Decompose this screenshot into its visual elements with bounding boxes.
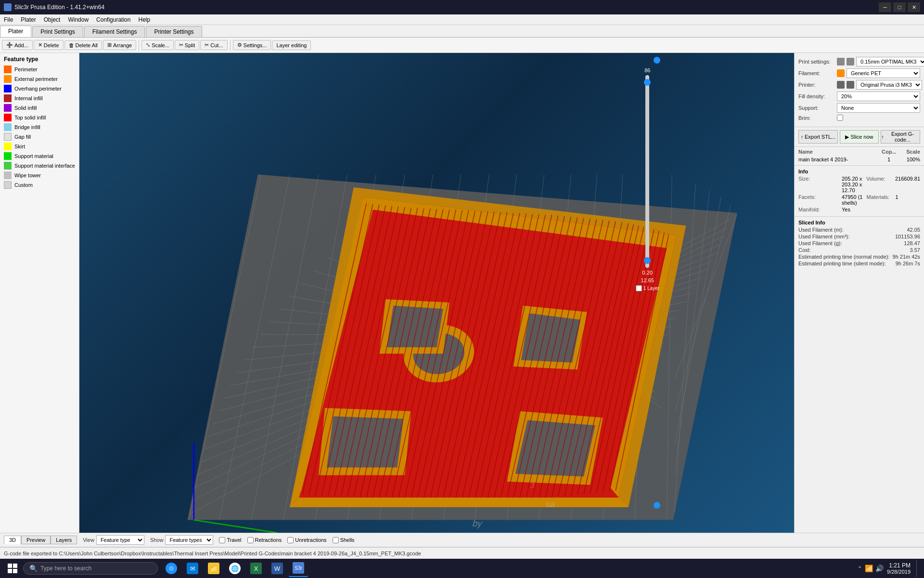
support-label: Support:	[798, 105, 837, 111]
print-settings-dropdown[interactable]: 0.15mm OPTIMAL MK3	[856, 57, 924, 66]
table-row[interactable]: main bracket 4 2019- 1 100%	[798, 156, 920, 163]
svg-line-22	[344, 245, 655, 392]
taskbar-app-explorer[interactable]: 📁	[204, 560, 223, 577]
wipe-tower-color	[4, 171, 12, 179]
split-button[interactable]: ✂ Split	[175, 40, 199, 50]
unretractions-label: Unretractions	[295, 537, 326, 543]
delete-all-button[interactable]: 🗑 Delete All	[64, 40, 102, 50]
layer-checkbox[interactable]	[636, 285, 642, 291]
taskbar-app-chrome[interactable]: 🌐	[225, 560, 244, 577]
menu-help[interactable]: Help	[134, 15, 154, 24]
printer-dropdown[interactable]: Original Prusa i3 MK3	[856, 80, 922, 90]
export-stl-button[interactable]: ↑ Export STL...	[798, 130, 838, 144]
custom-label: Custom	[14, 182, 33, 188]
tab-3d[interactable]: 3D	[4, 536, 21, 544]
tab-plater[interactable]: Plater	[0, 26, 31, 37]
list-item: Perimeter	[4, 66, 75, 73]
brim-label: Brim:	[798, 115, 837, 121]
svg-line-37	[571, 174, 597, 520]
svg-line-64	[315, 205, 379, 496]
support-dropdown[interactable]: None	[837, 103, 920, 113]
svg-marker-55	[327, 416, 403, 467]
tab-printer-settings[interactable]: Printer Settings	[146, 26, 202, 37]
tray-network-icon[interactable]: 📶	[865, 565, 873, 572]
tab-layers[interactable]: Layers	[51, 536, 77, 544]
perimeter-label: Perimeter	[14, 66, 38, 72]
svg-line-8	[213, 277, 702, 424]
scale-button[interactable]: ⤡ Scale...	[141, 40, 174, 50]
menu-configuration[interactable]: Configuration	[92, 15, 134, 24]
tab-filament-settings[interactable]: Filament Settings	[84, 26, 145, 37]
add-button[interactable]: ➕ Add...	[2, 40, 33, 50]
menu-plater[interactable]: Plater	[17, 15, 39, 24]
unretractions-checkbox[interactable]	[287, 537, 294, 543]
list-item: Solid infill	[4, 104, 75, 112]
layer-editing-button[interactable]: Layer editing	[272, 40, 311, 50]
svg-line-67	[334, 207, 398, 497]
viewport[interactable]: by sa 3 86 0.20 12.65 1 Layer	[79, 53, 794, 533]
settings-icon: ⚙	[237, 42, 242, 48]
layer-slider-thumb-top[interactable]	[644, 79, 651, 86]
taskbar-app-mail[interactable]: ✉	[183, 560, 202, 577]
tray-icon-1[interactable]: ⌃	[858, 565, 862, 572]
view-type-dropdown[interactable]: Feature type	[96, 535, 144, 545]
settings-button[interactable]: ⚙ Settings...	[233, 40, 271, 50]
arrange-button[interactable]: ⊞ Arrange	[103, 40, 136, 50]
svg-line-28	[283, 174, 347, 520]
manifold-value: Yes	[842, 207, 920, 212]
legend-panel: Feature type Perimeter External perimete…	[0, 53, 79, 533]
menu-object[interactable]: Object	[40, 15, 64, 24]
filament-dropdown[interactable]: Generic PET	[847, 68, 920, 78]
travel-label: Travel	[227, 537, 241, 543]
filament-g-row: Used Filament (g): 128.47	[798, 240, 920, 246]
taskbar-search-placeholder: Type here to search	[40, 565, 91, 572]
cut-icon: ✂	[205, 42, 209, 48]
show-desktop-button[interactable]	[916, 560, 920, 577]
titlebar-left: Slic3r Prusa Edition - 1.41.2+win64	[4, 3, 104, 11]
svg-line-77	[398, 210, 462, 498]
layer-slider-thumb-bottom[interactable]	[644, 257, 651, 264]
show-type-dropdown[interactable]: Feature types	[165, 535, 213, 545]
tray-volume-icon[interactable]: 🔊	[875, 565, 883, 572]
export-gcode-button[interactable]: ↑ Export G-code...	[881, 130, 920, 144]
size-label: Size:	[798, 176, 842, 193]
maximize-button[interactable]: □	[893, 2, 906, 12]
tab-print-settings[interactable]: Print Settings	[32, 26, 83, 37]
menu-file[interactable]: File	[0, 15, 17, 24]
printer-control: Original Prusa i3 MK3	[837, 80, 922, 90]
taskbar-app-cortana[interactable]: ⊙	[162, 560, 181, 577]
minimize-button[interactable]: ─	[879, 2, 891, 12]
taskbar-search[interactable]: 🔍 Type here to search	[23, 562, 158, 575]
fill-density-dropdown[interactable]: 20%	[837, 92, 920, 101]
start-button[interactable]	[4, 560, 21, 577]
brim-checkbox[interactable]	[837, 115, 843, 121]
taskbar-app-slic3r[interactable]: S3r	[289, 560, 308, 577]
svg-line-16	[270, 322, 663, 343]
menu-window[interactable]: Window	[64, 15, 92, 24]
taskbar-app-word[interactable]: W	[268, 560, 287, 577]
close-button[interactable]: ✕	[908, 2, 920, 12]
window-title: Slic3r Prusa Edition - 1.41.2+win64	[14, 4, 104, 11]
delete-button[interactable]: ✕ Delete	[34, 40, 64, 50]
shells-checkbox[interactable]	[333, 537, 339, 543]
cut-button[interactable]: ✂ Cut...	[200, 40, 227, 50]
materials-label: Materials:	[867, 194, 896, 206]
svg-text:3: 3	[530, 482, 535, 489]
layer-slider[interactable]	[645, 75, 649, 268]
sliced-info-section: Sliced Info Used Filament (m): 42.05 Use…	[795, 217, 924, 270]
tab-preview[interactable]: Preview	[21, 536, 51, 544]
window-controls[interactable]: ─ □ ✕	[879, 2, 920, 12]
travel-checkbox[interactable]	[219, 537, 225, 543]
svg-line-85	[449, 213, 513, 498]
svg-line-10	[224, 293, 691, 398]
taskbar-app-excel[interactable]: X	[246, 560, 266, 577]
svg-marker-54	[319, 408, 411, 475]
delete-icon: ✕	[38, 42, 42, 48]
retractions-checkbox[interactable]	[247, 537, 254, 543]
system-clock[interactable]: 1:21 PM 9/28/2019	[887, 562, 911, 575]
slice-now-button[interactable]: ▶ Slice now	[840, 130, 879, 144]
add-icon: ➕	[6, 42, 13, 48]
list-item: Top solid infill	[4, 114, 75, 121]
wipe-tower-label: Wipe tower	[14, 172, 41, 178]
svg-line-69	[347, 208, 411, 497]
